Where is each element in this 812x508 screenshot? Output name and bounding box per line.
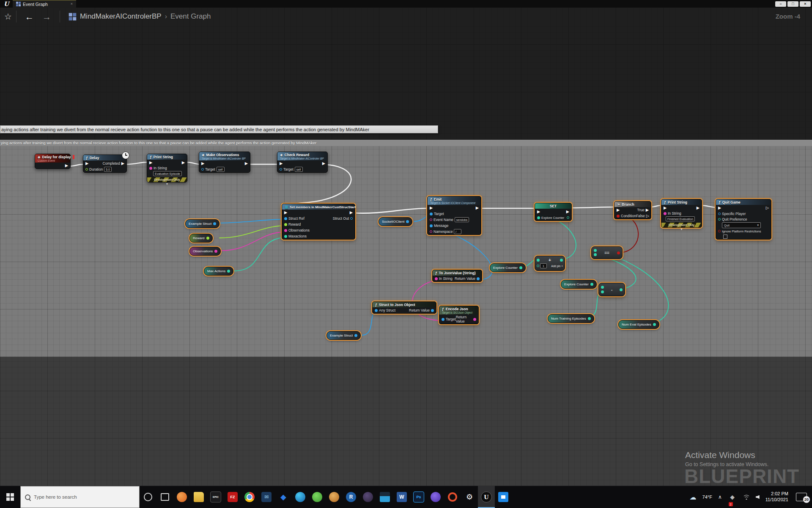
collapse-caret-icon[interactable]: ▼ bbox=[680, 228, 683, 231]
exec-out-pin[interactable]: ▶ bbox=[697, 206, 700, 210]
out-pin[interactable] bbox=[519, 266, 522, 269]
pill-reward[interactable]: Reward bbox=[189, 234, 213, 243]
any-struct-pin[interactable] bbox=[375, 309, 378, 312]
out-pin[interactable] bbox=[588, 317, 591, 320]
node-check-reward[interactable]: ◈Check Reward Target is MindMaker AICont… bbox=[277, 152, 328, 173]
collapse-caret-icon[interactable]: ▼ bbox=[166, 182, 169, 185]
node-encode-json[interactable]: ƒEncode Json Target is SIOJson Object Ta… bbox=[439, 306, 479, 324]
struct-out-pin[interactable] bbox=[350, 217, 353, 220]
exec-out-pin[interactable]: ▶ bbox=[182, 160, 185, 165]
exec-out-pin[interactable]: ▶ bbox=[65, 163, 68, 168]
pill-max-actions[interactable]: Max Actions bbox=[204, 267, 233, 276]
minimize-button[interactable]: – bbox=[775, 1, 786, 7]
return-value-pin[interactable] bbox=[431, 309, 434, 312]
pill-socket-io-client[interactable]: SocketIOClient bbox=[379, 217, 412, 226]
speaker-icon[interactable] bbox=[756, 495, 760, 499]
exec-out-pin[interactable]: ▶ bbox=[476, 206, 479, 210]
tab-close-icon[interactable]: × bbox=[71, 2, 73, 6]
result-pin[interactable] bbox=[617, 251, 620, 254]
exec-out-pin[interactable]: ▶ bbox=[566, 210, 569, 214]
taskbar-epic-games[interactable]: EPIC bbox=[207, 486, 224, 508]
taskbar-search[interactable]: Type here to search bbox=[20, 486, 140, 508]
breadcrumb-asset[interactable]: MindMakerAIControlerBP bbox=[80, 12, 162, 21]
target-pin[interactable] bbox=[442, 318, 444, 321]
quit-preference-dropdown[interactable]: Quit▾ bbox=[722, 222, 761, 228]
out-pin[interactable] bbox=[227, 270, 230, 273]
taskbar-app-dark[interactable] bbox=[359, 486, 376, 508]
input-a-pin[interactable] bbox=[537, 259, 540, 262]
exec-in-pin[interactable]: ▶ bbox=[280, 161, 283, 166]
exec-out-pin[interactable]: ▶ bbox=[322, 161, 325, 166]
node-print-string-1[interactable]: ƒPrint String ▶ ▶ In String Evaluation E… bbox=[147, 154, 187, 182]
exec-in-pin[interactable]: ▶ bbox=[284, 210, 287, 215]
taskbar-mail[interactable]: ✉ bbox=[258, 486, 275, 508]
input-a-pin[interactable] bbox=[601, 286, 604, 289]
taskbar-app-orange[interactable] bbox=[173, 486, 190, 508]
target-pin[interactable] bbox=[430, 213, 433, 215]
event-name-field[interactable]: sendobs bbox=[455, 217, 469, 222]
tray-sync-icon[interactable]: ◆ 2 bbox=[728, 486, 737, 508]
forward-icon[interactable]: → bbox=[42, 12, 51, 21]
out-pin[interactable] bbox=[590, 283, 593, 286]
struct-ref-pin[interactable] bbox=[284, 217, 287, 220]
input-b-pin[interactable] bbox=[594, 253, 597, 256]
input-b-field[interactable]: 1 bbox=[540, 263, 547, 268]
taskbar-app-chart[interactable] bbox=[376, 486, 393, 508]
output-pin[interactable] bbox=[560, 259, 563, 262]
reward-pin[interactable] bbox=[284, 223, 287, 226]
node-equals[interactable]: == bbox=[591, 246, 623, 259]
taskbar-dropbox[interactable]: ◆ bbox=[275, 486, 292, 508]
false-pin[interactable]: ▷ bbox=[646, 214, 649, 218]
in-string-pin[interactable] bbox=[664, 212, 667, 215]
maxactions-pin[interactable] bbox=[284, 235, 287, 238]
taskbar-clock[interactable]: 2:02 PM 11/10/2021 bbox=[765, 491, 788, 503]
exec-in-pin[interactable]: ▶ bbox=[201, 161, 204, 166]
explore-counter-pin[interactable] bbox=[537, 216, 540, 219]
pill-example-struct-2[interactable]: Example Struct bbox=[326, 331, 361, 340]
weather-cloud-icon[interactable]: ☁ bbox=[690, 493, 697, 501]
restore-button[interactable]: □ bbox=[787, 1, 798, 7]
taskbar-chrome[interactable] bbox=[241, 486, 258, 508]
taskbar-settings[interactable]: ⚙ bbox=[461, 486, 478, 508]
exec-in-pin[interactable]: ▶ bbox=[85, 161, 88, 166]
comment-body[interactable] bbox=[0, 146, 812, 357]
result-pin[interactable] bbox=[620, 288, 623, 291]
namespace-pin[interactable] bbox=[430, 230, 432, 233]
node-set-members[interactable]: ▦ Set members in MindMakerCustStrucStart… bbox=[282, 204, 355, 240]
node-to-jsonvalue[interactable]: ƒTo JsonValue (String) In String Return … bbox=[432, 270, 482, 282]
in-string-pin[interactable] bbox=[149, 167, 152, 170]
target-field[interactable]: self bbox=[295, 167, 303, 172]
return-value-pin[interactable] bbox=[477, 277, 480, 280]
input-b-pin[interactable] bbox=[601, 290, 604, 293]
true-pin[interactable]: ▶ bbox=[646, 208, 649, 212]
notification-center-button[interactable]: 20 bbox=[794, 486, 809, 508]
duration-field[interactable]: 5.0 bbox=[104, 167, 112, 172]
node-set-explore-counter[interactable]: SET ▶ ▶ Explore Counter bbox=[535, 203, 572, 221]
pill-explore-counter-2[interactable]: Explore Counter bbox=[561, 280, 597, 289]
value-out-pin[interactable] bbox=[567, 216, 569, 219]
node-delay[interactable]: ƒDelay ▶ Completed▶ Duration 5.0 bbox=[83, 155, 127, 173]
out-pin[interactable] bbox=[213, 222, 216, 225]
taskbar-app-blue[interactable] bbox=[495, 486, 512, 508]
favorite-star-icon[interactable]: ☆ bbox=[4, 11, 12, 22]
pill-explore-counter[interactable]: Explore Counter bbox=[490, 263, 526, 272]
exec-in-pin[interactable]: ▶ bbox=[718, 206, 721, 210]
close-button[interactable]: × bbox=[800, 1, 811, 7]
quit-preference-pin[interactable] bbox=[718, 218, 721, 221]
duration-pin[interactable] bbox=[85, 168, 88, 171]
target-field[interactable]: self bbox=[217, 167, 225, 172]
exec-out-pin[interactable]: ▷ bbox=[766, 206, 769, 210]
return-value-pin[interactable] bbox=[473, 318, 476, 321]
node-add[interactable]: + 1 Add pin + bbox=[535, 256, 565, 271]
taskbar-word[interactable]: W bbox=[393, 486, 410, 508]
ignore-platform-checkbox[interactable] bbox=[723, 235, 727, 239]
node-struct-to-json[interactable]: ƒStruct to Json Object Any Struct Return… bbox=[372, 301, 436, 314]
exec-out-pin[interactable]: ▶ bbox=[121, 161, 124, 166]
message-pin[interactable] bbox=[430, 224, 433, 227]
pill-num-training-episodes[interactable]: Num Training Episodes bbox=[548, 314, 594, 323]
start-button[interactable] bbox=[0, 486, 20, 508]
taskbar-filezilla[interactable]: FZ bbox=[224, 486, 241, 508]
exec-in-pin[interactable]: ▶ bbox=[617, 208, 620, 212]
taskbar-edge[interactable] bbox=[292, 486, 309, 508]
taskbar-app-green[interactable] bbox=[309, 486, 326, 508]
